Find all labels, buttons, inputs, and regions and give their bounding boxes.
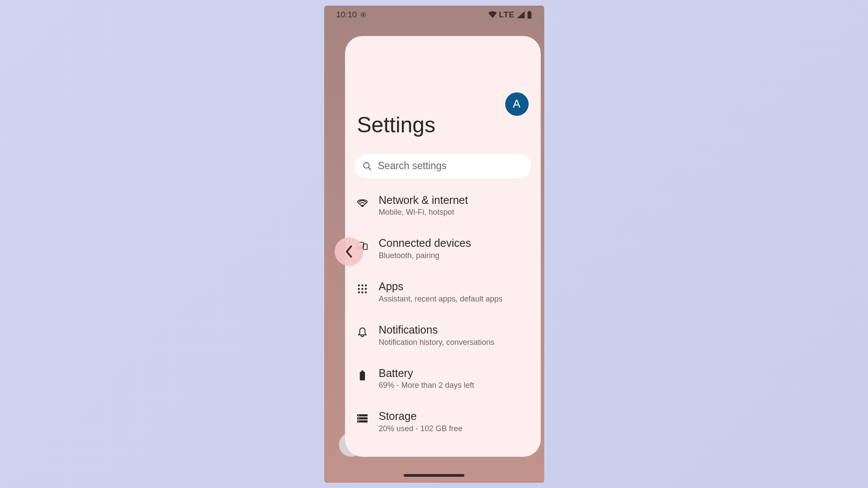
svg-point-24 — [358, 415, 359, 416]
svg-rect-2 — [527, 11, 531, 18]
settings-item-battery[interactable]: Battery 69% - More than 2 days left — [357, 367, 531, 390]
svg-rect-20 — [361, 370, 363, 372]
item-subtitle: Assistant, recent apps, default apps — [379, 295, 503, 304]
settings-item-text: Connected devices Bluetooth, pairing — [379, 237, 471, 260]
settings-list: Network & internet Mobile, Wi-Fi, hotspo… — [355, 194, 531, 434]
settings-sheet: A Settings Search settings Network & int… — [345, 36, 541, 457]
page-title: Settings — [357, 112, 531, 138]
settings-item-storage[interactable]: Storage 20% used - 102 GB free — [357, 410, 531, 433]
svg-point-6 — [362, 205, 363, 206]
svg-rect-3 — [529, 11, 530, 12]
svg-line-5 — [368, 167, 371, 170]
settings-item-apps[interactable]: Apps Assistant, recent apps, default app… — [357, 280, 531, 304]
status-time: 10:10 — [336, 10, 357, 20]
status-left: 10:10 — [336, 10, 367, 20]
battery-icon — [357, 370, 368, 381]
status-right: LTE — [488, 10, 532, 20]
svg-point-1 — [362, 13, 365, 16]
svg-point-10 — [358, 285, 360, 287]
item-subtitle: Mobile, Wi-Fi, hotspot — [379, 208, 468, 217]
svg-point-13 — [358, 288, 360, 290]
network-label: LTE — [499, 10, 515, 20]
svg-point-16 — [358, 291, 360, 294]
search-icon — [362, 161, 372, 171]
item-subtitle: 69% - More than 2 days left — [379, 381, 474, 390]
svg-point-17 — [361, 291, 363, 294]
svg-point-25 — [358, 418, 359, 419]
battery-icon — [527, 11, 532, 19]
svg-point-12 — [365, 285, 367, 287]
svg-point-11 — [361, 285, 363, 287]
phone-frame: 10:10 LTE A Settings — [324, 6, 544, 483]
item-title: Network & internet — [379, 194, 468, 206]
signal-icon — [517, 11, 525, 18]
svg-point-14 — [361, 288, 363, 290]
settings-item-text: Notifications Notification history, conv… — [379, 324, 495, 347]
status-bar: 10:10 LTE — [324, 6, 544, 20]
settings-item-text: Network & internet Mobile, Wi-Fi, hotspo… — [379, 194, 468, 217]
settings-item-text: Battery 69% - More than 2 days left — [379, 367, 474, 390]
apps-icon — [357, 284, 368, 294]
settings-item-connected-devices[interactable]: Connected devices Bluetooth, pairing — [357, 237, 531, 260]
item-title: Apps — [379, 280, 503, 293]
search-placeholder: Search settings — [378, 160, 447, 172]
back-gesture-indicator[interactable] — [335, 237, 363, 266]
item-subtitle: 20% used - 102 GB free — [379, 424, 463, 433]
settings-item-text: Apps Assistant, recent apps, default app… — [379, 280, 503, 304]
wifi-icon — [488, 11, 497, 18]
settings-item-text: Storage 20% used - 102 GB free — [379, 410, 463, 433]
item-subtitle: Bluetooth, pairing — [379, 251, 471, 260]
item-title: Battery — [379, 367, 474, 380]
bell-icon — [357, 327, 368, 337]
storage-icon — [357, 413, 368, 424]
settings-item-notifications[interactable]: Notifications Notification history, conv… — [357, 324, 531, 347]
recording-indicator-icon — [360, 12, 366, 18]
avatar-initial: A — [513, 97, 520, 111]
settings-item-network[interactable]: Network & internet Mobile, Wi-Fi, hotspo… — [357, 194, 531, 217]
svg-point-18 — [365, 291, 367, 294]
svg-point-15 — [365, 288, 367, 290]
profile-avatar[interactable]: A — [505, 92, 529, 116]
item-title: Connected devices — [379, 237, 471, 249]
item-title: Notifications — [379, 324, 495, 336]
item-subtitle: Notification history, conversations — [379, 338, 495, 347]
chevron-left-icon — [345, 246, 353, 258]
svg-point-26 — [358, 421, 359, 422]
svg-rect-19 — [360, 372, 365, 380]
search-bar[interactable]: Search settings — [355, 154, 531, 178]
gesture-nav-bar[interactable] — [404, 474, 464, 477]
wifi-icon — [357, 197, 368, 208]
item-title: Storage — [379, 410, 463, 422]
